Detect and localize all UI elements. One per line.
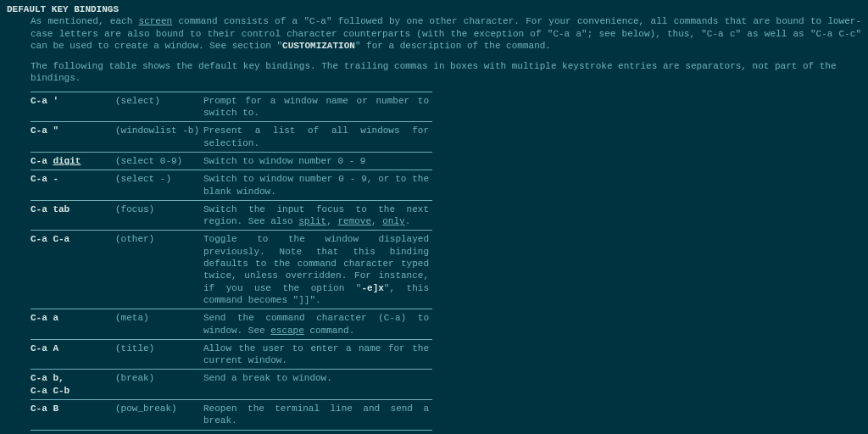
- intro-paragraph: As mentioned, each screen command consis…: [7, 15, 861, 52]
- binding-description: Send a break to window.: [203, 370, 432, 400]
- binding-command: (break): [115, 370, 203, 400]
- binding-description: Prompt for a window name or number to sw…: [203, 92, 432, 122]
- intro-text-3: " for a description of the command.: [355, 41, 551, 51]
- bindings-note: The following table shows the default ke…: [7, 60, 861, 85]
- binding-keys: C-a B: [31, 400, 115, 431]
- binding-keys: C-a -: [31, 170, 115, 201]
- table-row: C-a c, C-a C-c(screen)Create a new windo…: [31, 430, 432, 434]
- table-row: C-a A(title)Allow the user to enter a na…: [31, 339, 432, 370]
- binding-description: Switch to window number 0 - 9, or to the…: [203, 170, 432, 201]
- binding-description: Present a list of all windows for select…: [203, 122, 432, 153]
- binding-keys: C-a ": [31, 122, 115, 153]
- table-row: C-a C-a(other)Toggle to the window displ…: [31, 231, 432, 309]
- section-title: DEFAULT KEY BINDINGS: [7, 3, 861, 15]
- intro-customization: CUSTOMIZATION: [282, 41, 355, 51]
- binding-keys: C-a c, C-a C-c: [31, 430, 115, 434]
- binding-keys: C-a a: [31, 309, 115, 340]
- binding-command: (select): [115, 92, 203, 122]
- binding-keys: C-a b, C-a C-b: [31, 370, 115, 400]
- intro-text-1: As mentioned, each: [31, 16, 139, 26]
- table-row: C-a "(windowlist -b)Present a list of al…: [31, 122, 432, 153]
- binding-command: (title): [115, 339, 203, 370]
- table-row: C-a -(select -)Switch to window number 0…: [31, 170, 432, 201]
- binding-command: (select 0-9): [115, 152, 203, 170]
- binding-command: (windowlist -b): [115, 122, 203, 153]
- table-row: C-a b, C-a C-b(break)Send a break to win…: [31, 370, 432, 400]
- binding-description: Allow the user to enter a name for the c…: [203, 339, 432, 370]
- binding-command: (focus): [115, 200, 203, 231]
- binding-keys: C-a digit: [31, 152, 115, 170]
- binding-description: Switch to window number 0 - 9: [203, 152, 432, 170]
- table-row: C-a tab(focus)Switch the input focus to …: [31, 200, 432, 231]
- binding-command: (select -): [115, 170, 203, 201]
- binding-description: Reopen the terminal line and send a brea…: [203, 400, 432, 431]
- table-row: C-a digit(select 0-9)Switch to window nu…: [31, 152, 432, 170]
- binding-description: Send the command character (C-a) to wind…: [203, 309, 432, 340]
- man-page: DEFAULT KEY BINDINGS As mentioned, each …: [0, 0, 868, 434]
- binding-command: (meta): [115, 309, 203, 340]
- binding-description: Toggle to the window displayed previousl…: [203, 231, 432, 309]
- binding-description: Create a new window with a shell and swi…: [203, 430, 432, 434]
- binding-command: (screen): [115, 430, 203, 434]
- binding-keys: C-a C-a: [31, 231, 115, 309]
- binding-keys: C-a tab: [31, 200, 115, 231]
- binding-command: (other): [115, 231, 203, 309]
- bindings-table: C-a '(select)Prompt for a window name or…: [31, 92, 432, 434]
- binding-keys: C-a A: [31, 339, 115, 370]
- table-row: C-a a(meta)Send the command character (C…: [31, 309, 432, 340]
- binding-description: Switch the input focus to the next regio…: [203, 200, 432, 231]
- intro-link-screen: screen: [139, 16, 173, 26]
- table-row: C-a '(select)Prompt for a window name or…: [31, 92, 432, 122]
- binding-command: (pow_break): [115, 400, 203, 431]
- binding-keys: C-a ': [31, 92, 115, 122]
- table-row: C-a B(pow_break)Reopen the terminal line…: [31, 400, 432, 431]
